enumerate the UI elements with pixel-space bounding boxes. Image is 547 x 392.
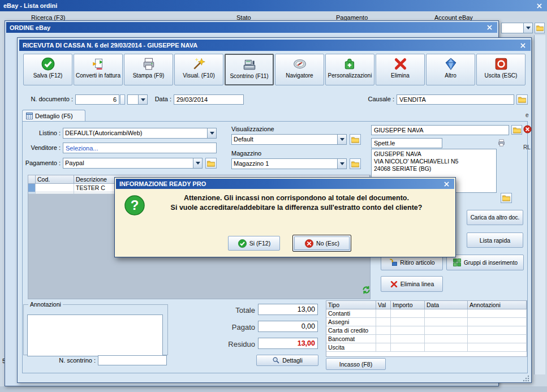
customer-folder-button[interactable] [511, 125, 522, 135]
load-other-doc-button[interactable]: Carica da altro doc. [467, 210, 523, 225]
payment-row[interactable]: Uscita [326, 343, 527, 352]
payments-header-importo[interactable]: Importo [391, 301, 425, 309]
customizations-button[interactable]: Personalizzazioni [325, 54, 374, 85]
visualizzazione-folder-button[interactable] [350, 134, 361, 145]
causale-field[interactable]: VENDITA [397, 94, 514, 105]
print-address-button[interactable] [497, 139, 506, 147]
insert-groups-button[interactable]: Gruppi di inserimento [446, 255, 524, 270]
payment-type-cell[interactable]: Contanti [326, 309, 376, 318]
tab-dettaglio[interactable]: Dettaglio (F5) [22, 110, 85, 122]
salutation-field[interactable]: Spett.le [371, 138, 442, 148]
receipt-number-field[interactable] [98, 355, 167, 365]
magazzino-folder-button[interactable] [350, 158, 361, 169]
print-button[interactable]: Stampa (F9) [124, 54, 173, 85]
dropdown-arrow-button[interactable] [523, 23, 532, 33]
preview-button[interactable]: Visual. (F10) [174, 54, 223, 85]
payments-table[interactable]: Tipo Val Importo Data Annotazioni Contan… [326, 300, 527, 357]
payment-val-cell[interactable] [376, 326, 391, 335]
payments-header-annotazioni[interactable]: Annotazioni [468, 301, 527, 309]
payment-row[interactable]: Assegni [326, 318, 527, 326]
delete-button[interactable]: Elimina [376, 54, 425, 85]
row-selector-cell[interactable] [28, 192, 36, 194]
payment-type-cell[interactable]: Uscita [326, 343, 376, 352]
refresh-button[interactable] [361, 285, 371, 295]
bg-header-pagamento[interactable]: Pagamento [336, 14, 368, 20]
convert-invoice-button[interactable]: Converti in fattura [74, 54, 123, 85]
payment-importo-cell[interactable] [391, 326, 425, 335]
payments-header-val[interactable]: Val [376, 301, 391, 309]
payments-header-data[interactable]: Data [425, 301, 468, 309]
payment-annotazioni-cell[interactable] [468, 343, 527, 352]
payment-importo-cell[interactable] [391, 335, 425, 343]
items-cod-cell[interactable] [36, 192, 74, 194]
doc-number-mini-button[interactable] [120, 94, 125, 105]
payment-type-cell[interactable]: Bancomat [326, 335, 376, 343]
payment-importo-cell[interactable] [391, 318, 425, 326]
bg-header-account[interactable]: Account eBay [434, 14, 473, 20]
bg-account-combobox[interactable] [501, 23, 533, 33]
ricevuta-window-close-button[interactable] [518, 41, 527, 49]
payment-annotazioni-cell[interactable] [468, 326, 527, 335]
payment-data-cell[interactable] [425, 309, 468, 318]
payment-val-cell[interactable] [376, 335, 391, 343]
bg-folder-button[interactable] [535, 23, 545, 33]
bg-header-ricerca[interactable]: Ricerca (F3) [31, 14, 66, 20]
venditore-field[interactable]: Seleziona... [63, 143, 217, 153]
quick-list-button[interactable]: Lista rapida [467, 232, 523, 248]
bg-window-close-button[interactable] [535, 2, 544, 10]
pagamento-folder-button[interactable] [205, 158, 217, 169]
payment-row[interactable]: Bancomat [326, 335, 527, 343]
dropdown-arrow-button[interactable] [138, 95, 147, 104]
payment-data-cell[interactable] [425, 343, 468, 352]
payment-val-cell[interactable] [376, 309, 391, 318]
dropdown-arrow-button[interactable] [207, 128, 216, 138]
save-button[interactable]: Salva (F12) [23, 54, 72, 85]
annotations-textarea[interactable] [27, 315, 163, 356]
dropdown-arrow-button[interactable] [337, 135, 346, 144]
payment-data-cell[interactable] [425, 318, 468, 326]
payment-type-cell[interactable]: Carta di credito [326, 326, 376, 335]
payment-row[interactable]: Carta di credito [326, 326, 527, 335]
address-folder-button[interactable] [501, 193, 512, 203]
info-dialog-close-button[interactable] [442, 180, 451, 188]
customer-remove-button[interactable] [523, 125, 532, 133]
payment-val-cell[interactable] [376, 343, 391, 352]
delete-line-button[interactable]: Elimina linea [381, 276, 443, 292]
payment-importo-cell[interactable] [391, 309, 425, 318]
payment-data-cell[interactable] [425, 326, 468, 335]
receipt-button[interactable]: Scontrino (F11) [225, 54, 274, 85]
magazzino-combobox[interactable]: Magazzino 1 [231, 158, 347, 169]
items-cod-cell[interactable] [36, 184, 74, 192]
payment-importo-cell[interactable] [391, 343, 425, 352]
doc-suffix-combobox[interactable] [127, 94, 148, 105]
resize-grip[interactable] [523, 375, 529, 382]
row-selector-cell[interactable] [28, 184, 36, 192]
payment-val-cell[interactable] [376, 318, 391, 326]
payment-annotazioni-cell[interactable] [468, 318, 527, 326]
navigator-button[interactable]: Navigatore [275, 54, 324, 85]
pagamento-combobox[interactable]: Paypal [63, 158, 203, 169]
date-field[interactable]: 29/03/2014 [174, 94, 244, 105]
details-button[interactable]: Dettagli [256, 355, 318, 366]
causale-folder-button[interactable] [516, 94, 528, 105]
ordine-window-close-button[interactable] [485, 24, 494, 32]
payment-row[interactable]: Contanti [326, 309, 527, 318]
bg-header-stato[interactable]: Stato [236, 14, 251, 20]
payments-header-tipo[interactable]: Tipo [326, 301, 376, 309]
other-button[interactable]: Altro [426, 54, 475, 85]
dialog-yes-button[interactable]: Si (F12) [228, 236, 280, 251]
payment-type-cell[interactable]: Assegni [326, 318, 376, 326]
payment-data-cell[interactable] [425, 335, 468, 343]
doc-number-field[interactable]: 6 [75, 94, 119, 105]
listino-combobox[interactable]: DEFAULT(AutoricambiWeb) [63, 128, 217, 139]
dropdown-arrow-button[interactable] [337, 159, 346, 169]
collect-payment-button[interactable]: Incasso (F8) [326, 358, 386, 370]
payment-annotazioni-cell[interactable] [468, 335, 527, 343]
exit-button[interactable]: Uscita (ESC) [476, 54, 526, 85]
dialog-no-button[interactable]: No (Esc) [292, 235, 351, 252]
customer-name-field[interactable]: GIUSEPPE NAVA [371, 125, 509, 135]
dropdown-arrow-button[interactable] [193, 158, 202, 168]
visualizzazione-combobox[interactable]: Default [231, 134, 347, 145]
items-header-cod[interactable]: Cod. [36, 175, 74, 184]
payment-annotazioni-cell[interactable] [468, 309, 527, 318]
